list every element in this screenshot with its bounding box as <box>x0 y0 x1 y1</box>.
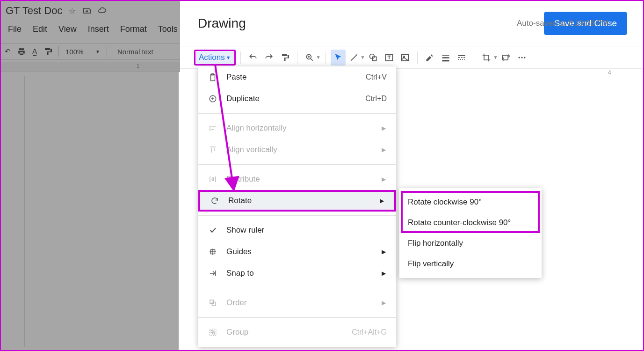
menu-item-label: Show ruler <box>226 226 264 235</box>
submenu-arrow-icon: ▶ <box>382 146 386 153</box>
paste-icon <box>208 72 218 82</box>
menu-item-snap-to[interactable]: Snap to ▶ <box>198 263 396 284</box>
svg-rect-7 <box>442 57 449 58</box>
svg-rect-14 <box>460 59 461 60</box>
submenu-arrow-icon: ▶ <box>382 125 386 132</box>
actions-label: Actions <box>199 53 225 62</box>
submenu-label: Rotate clockwise 90° <box>408 197 482 207</box>
redo-button[interactable] <box>261 50 276 66</box>
paint-format-button[interactable] <box>277 50 292 66</box>
svg-rect-9 <box>458 55 465 56</box>
svg-rect-15 <box>462 59 463 60</box>
menu-item-group: Group Ctrl+Alt+G <box>198 322 396 343</box>
submenu-arrow-icon: ▶ <box>382 249 386 255</box>
crop-button[interactable] <box>479 50 494 66</box>
svg-point-19 <box>521 57 523 58</box>
guides-icon <box>208 247 218 257</box>
undo-button[interactable] <box>246 50 260 66</box>
menu-item-label: Distribute <box>226 175 260 184</box>
caret-down-icon: ▼ <box>316 55 321 60</box>
snap-icon <box>208 268 218 278</box>
menu-item-label: Rotate <box>228 196 252 205</box>
autosave-status: Auto-saved at 8:19:08 PM <box>517 19 609 28</box>
checkmark-icon <box>208 225 218 235</box>
drawing-horizontal-ruler: 4 5 6 7 <box>564 69 644 78</box>
menu-item-duplicate[interactable]: Duplicate Ctrl+D <box>198 88 396 110</box>
menu-item-label: Paste <box>226 73 246 82</box>
duplicate-icon <box>208 94 218 104</box>
svg-rect-11 <box>461 57 463 58</box>
actions-dropdown-menu: Paste Ctrl+V Duplicate Ctrl+D Align hori… <box>198 66 396 347</box>
select-tool-button[interactable] <box>331 50 346 66</box>
submenu-label: Flip vertically <box>408 259 454 269</box>
menu-item-label: Order <box>226 298 246 307</box>
hruler-mark: 4 <box>608 69 611 76</box>
svg-rect-10 <box>458 57 460 58</box>
submenu-arrow-icon: ▶ <box>380 197 384 204</box>
order-icon <box>208 298 218 308</box>
menu-item-label: Align horizontally <box>226 124 287 133</box>
line-color-button[interactable] <box>422 50 437 66</box>
actions-dropdown-button[interactable]: Actions▼ <box>194 50 236 66</box>
align-vertical-icon <box>208 145 218 155</box>
submenu-label: Flip horizontally <box>408 239 463 248</box>
more-button[interactable] <box>514 50 529 66</box>
menu-item-order: Order ▶ <box>198 292 396 314</box>
submenu-arrow-icon: ▶ <box>382 270 386 277</box>
shortcut-text: Ctrl+V <box>366 73 387 81</box>
menu-item-label: Group <box>226 328 248 337</box>
replace-image-button[interactable] <box>499 50 514 66</box>
image-tool-button[interactable] <box>398 50 412 66</box>
svg-rect-17 <box>503 55 508 60</box>
menu-item-rotate[interactable]: Rotate ▶ <box>198 190 396 212</box>
svg-rect-12 <box>464 57 465 58</box>
svg-rect-6 <box>442 55 449 56</box>
shortcut-text: Ctrl+Alt+G <box>352 328 387 336</box>
submenu-label: Rotate counter-clockwise 90° <box>408 218 511 227</box>
svg-rect-8 <box>442 60 449 61</box>
submenu-arrow-icon: ▶ <box>382 176 386 183</box>
submenu-item-flip-vertical[interactable]: Flip vertically <box>399 254 542 274</box>
menu-item-label: Align vertically <box>226 145 277 154</box>
textbox-tool-button[interactable] <box>382 50 397 66</box>
rotate-icon <box>210 196 220 206</box>
caret-down-icon: ▼ <box>361 55 365 60</box>
caret-down-icon: ▼ <box>493 55 498 60</box>
rotate-submenu: Rotate clockwise 90° Rotate counter-cloc… <box>399 188 542 278</box>
line-weight-button[interactable] <box>438 50 453 66</box>
submenu-item-flip-horizontal[interactable]: Flip horizontally <box>399 233 542 254</box>
shortcut-text: Ctrl+D <box>365 95 387 103</box>
submenu-item-rotate-cw[interactable]: Rotate clockwise 90° <box>399 192 542 212</box>
align-horizontal-icon <box>208 123 218 133</box>
menu-item-show-ruler[interactable]: Show ruler <box>198 219 396 241</box>
menu-item-label: Snap to <box>226 269 254 278</box>
svg-point-18 <box>519 57 520 58</box>
group-icon <box>208 327 218 337</box>
svg-rect-13 <box>458 59 459 60</box>
menu-item-label: Duplicate <box>226 94 260 103</box>
modal-backdrop <box>1 1 180 351</box>
submenu-item-rotate-ccw[interactable]: Rotate counter-clockwise 90° <box>399 212 542 233</box>
svg-rect-16 <box>464 59 465 60</box>
shape-tool-button[interactable] <box>366 50 381 66</box>
line-dash-button[interactable] <box>454 50 469 66</box>
menu-item-paste[interactable]: Paste Ctrl+V <box>198 66 396 88</box>
zoom-button[interactable] <box>302 50 317 66</box>
line-tool-button[interactable] <box>347 50 362 66</box>
menu-item-align-horizontal: Align horizontally ▶ <box>198 117 396 139</box>
menu-item-align-vertical: Align vertically ▶ <box>198 139 396 161</box>
distribute-icon <box>208 174 218 184</box>
drawing-toolbar: Actions▼ ▼ ▼ ▼ <box>180 46 644 69</box>
submenu-arrow-icon: ▶ <box>382 300 386 306</box>
svg-point-20 <box>524 57 526 58</box>
menu-item-guides[interactable]: Guides ▶ <box>198 241 396 263</box>
menu-item-distribute: Distribute ▶ <box>198 168 396 190</box>
modal-title: Drawing <box>198 16 246 31</box>
menu-item-label: Guides <box>226 247 252 256</box>
